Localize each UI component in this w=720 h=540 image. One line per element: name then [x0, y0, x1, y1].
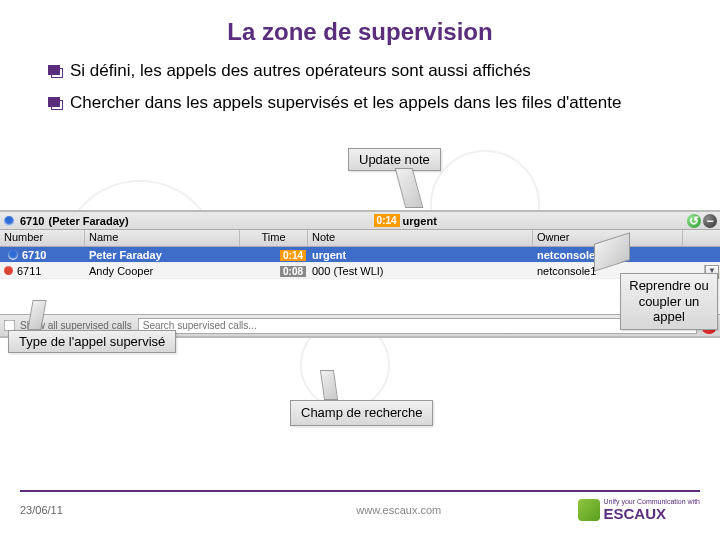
bullet-item: Chercher dans les appels supervisés et l…: [48, 92, 700, 114]
col-note[interactable]: Note: [308, 230, 533, 246]
slide-footer: 23/06/11 www.escaux.com Unify your Commu…: [0, 490, 720, 540]
row-note: urgent: [308, 249, 533, 261]
active-caller-id: 6710: [18, 215, 44, 227]
brand-logo: Unify your Communication with ESCAUX: [578, 498, 700, 522]
bullet-icon: [48, 97, 62, 109]
logo-tagline: Unify your Communication with: [604, 498, 700, 505]
footer-date: 23/06/11: [20, 504, 220, 516]
collapse-icon[interactable]: −: [703, 214, 717, 228]
take-call-icon[interactable]: ↺: [687, 214, 701, 228]
supervision-panel: 6710 (Peter Faraday) 0:14 urgent ↺ − Num…: [0, 210, 720, 338]
col-time[interactable]: Time: [240, 230, 308, 246]
logo-icon: [578, 499, 600, 521]
active-caller-time-badge: 0:14: [374, 214, 400, 227]
row-number: 6710: [22, 249, 46, 261]
row-name: Andy Cooper: [85, 265, 240, 277]
footer-url: www.escaux.com: [220, 504, 578, 516]
active-caller-bar: 6710 (Peter Faraday) 0:14 urgent ↺ −: [0, 212, 720, 230]
col-name[interactable]: Name: [85, 230, 240, 246]
active-caller-name: (Peter Faraday): [44, 215, 128, 227]
row-time-badge: 0:08: [280, 266, 306, 277]
bullet-text: Si défini, les appels des autres opérate…: [70, 60, 531, 82]
bullet-item: Si défini, les appels des autres opérate…: [48, 60, 700, 82]
caller-status-icon: [4, 216, 14, 226]
col-number[interactable]: Number: [0, 230, 85, 246]
row-time-badge: 0:14: [280, 250, 306, 261]
active-caller-note: urgent: [400, 215, 437, 227]
callout-reprendre: Reprendre ou coupler un appel: [620, 273, 718, 330]
logo-brand: ESCAUX: [604, 505, 700, 522]
search-input[interactable]: [138, 318, 697, 334]
row-note: 000 (Test WLI): [308, 265, 533, 277]
bullet-text: Chercher dans les appels supervisés et l…: [70, 92, 621, 114]
row-status-icon: [4, 266, 13, 275]
bullet-icon: [48, 65, 62, 77]
row-number: 6711: [17, 265, 41, 277]
callout-champ-recherche: Champ de recherche: [290, 400, 433, 426]
callout-type-appel: Type de l'appel supervisé: [8, 330, 176, 353]
row-name: Peter Faraday: [85, 249, 240, 261]
row-status-icon: [8, 250, 18, 260]
slide-title: La zone de supervision: [20, 18, 700, 46]
